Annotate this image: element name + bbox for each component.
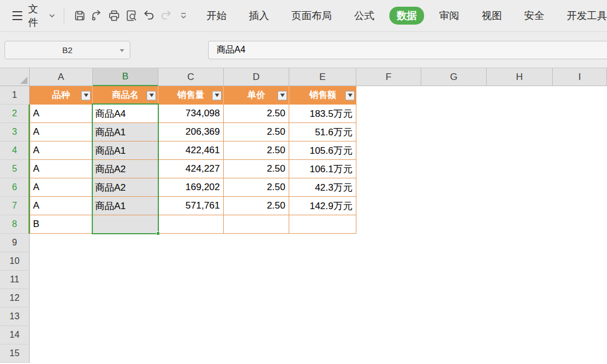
undo-button[interactable] [140,4,157,27]
cell-e2[interactable]: 183.5万元 [289,105,356,123]
filter-button-variety[interactable] [81,91,91,100]
row-header-12[interactable]: 12 [0,289,30,308]
row-header-2[interactable]: 2 [0,105,30,123]
header-cell-product-name[interactable]: 商品名 [93,86,158,105]
tab-home[interactable]: 开始 [206,9,227,22]
column-header-h[interactable]: H [487,68,553,86]
cell-d7[interactable]: 2.50 [224,197,289,215]
print-button[interactable] [106,4,123,27]
column-header-i[interactable]: I [553,68,607,86]
cell-e3[interactable]: 51.6万元 [289,123,356,141]
cell-a2[interactable]: A [30,105,93,123]
fill-handle[interactable] [156,231,160,235]
cell-c4[interactable]: 422,461 [158,141,224,160]
cell-e6[interactable]: 42.3万元 [289,178,356,197]
formula-input[interactable]: 商品A4 [208,41,607,59]
tab-formulas[interactable]: 公式 [354,9,374,22]
cell-c7[interactable]: 571,761 [158,197,224,215]
redo-button[interactable] [157,4,175,27]
cell-e4[interactable]: 105.6万元 [289,141,356,160]
row-header-9[interactable]: 9 [0,234,30,252]
row-header-1[interactable]: 1 [0,86,30,105]
tab-insert[interactable]: 插入 [249,9,269,22]
column-header-g[interactable]: G [421,68,487,86]
cell-a4[interactable]: A [30,141,93,160]
cell-d8[interactable] [224,215,289,234]
cell-b4[interactable]: 商品A1 [93,141,158,160]
tab-data[interactable]: 数据 [389,7,424,25]
cell-a8[interactable]: B [30,215,93,234]
filter-button-product-name[interactable] [147,91,156,100]
tab-page-layout[interactable]: 页面布局 [291,9,332,22]
row-header-11[interactable]: 11 [0,271,30,289]
row-header-4[interactable]: 4 [0,141,30,160]
name-box-dropdown-icon[interactable] [120,49,124,52]
row-header-7[interactable]: 7 [0,197,30,215]
cell-e5[interactable]: 106.1万元 [289,160,356,178]
cell-b8[interactable] [93,215,158,234]
undo-icon [142,9,156,22]
table-row-2: A 商品A4 734,098 2.50 183.5万元 [30,105,356,123]
cell-a5[interactable]: A [30,160,93,178]
sheet-area: A B C D E F G H I 1 2 3 4 5 6 7 8 9 10 1… [0,68,607,364]
cell-d4[interactable]: 2.50 [224,141,289,160]
row-header-3[interactable]: 3 [0,123,30,141]
print-preview-button[interactable] [123,4,140,27]
filter-button-unit-price[interactable] [277,91,287,100]
cell-b6[interactable]: 商品A2 [93,178,158,197]
column-header-e[interactable]: E [289,68,356,86]
header-cell-variety[interactable]: 品种 [30,86,93,105]
cell-c6[interactable]: 169,202 [158,178,224,197]
tab-developer[interactable]: 开发工具 [567,9,607,22]
filter-button-sales-volume[interactable] [212,91,222,100]
cell-e7[interactable]: 142.9万元 [289,197,356,215]
cell-b5[interactable]: 商品A2 [93,160,158,178]
cell-c5[interactable]: 424,227 [158,160,224,178]
cell-e8[interactable] [289,215,356,234]
row-header-14[interactable]: 14 [0,326,30,344]
cell-a6[interactable]: A [30,178,93,197]
cell-c2[interactable]: 734,098 [158,105,224,123]
file-menu[interactable]: 文件 [28,2,45,29]
row-header-10[interactable]: 10 [0,252,30,271]
cell-b7[interactable]: 商品A1 [93,197,158,215]
header-cell-sales-volume[interactable]: 销售量 [158,86,224,105]
cell-d3[interactable]: 2.50 [224,123,289,141]
tab-security[interactable]: 安全 [524,9,544,22]
filter-button-sales-amount[interactable] [345,91,355,100]
column-header-b-selected[interactable]: B [93,68,158,86]
cell-d5[interactable]: 2.50 [224,160,289,178]
cell-b2-active[interactable]: 商品A4 [93,105,158,123]
name-box[interactable]: B2 [4,41,130,59]
header-cell-unit-price[interactable]: 单价 [224,86,289,105]
column-header-c[interactable]: C [158,68,224,86]
spreadsheet-app: 文件 [0,0,607,364]
select-all-corner[interactable] [0,68,30,86]
tab-review[interactable]: 审阅 [439,9,459,22]
cell-b3[interactable]: 商品A1 [93,123,158,141]
select-all-triangle-icon [20,77,27,84]
tab-view[interactable]: 视图 [482,9,502,22]
row-header-15[interactable]: 15 [0,344,30,363]
row-header-6[interactable]: 6 [0,178,30,197]
chevron-down-icon[interactable] [48,12,56,20]
toolbar-divider [64,7,64,24]
column-header-a[interactable]: A [30,68,93,86]
row-header-13[interactable]: 13 [0,308,30,326]
cell-a3[interactable]: A [30,123,93,141]
toolbar-more-button[interactable] [175,4,192,27]
export-button[interactable] [88,4,106,27]
cell-c8[interactable] [158,215,224,234]
row-header-5[interactable]: 5 [0,160,30,178]
column-header-f[interactable]: F [356,68,421,86]
cell-a7[interactable]: A [30,197,93,215]
column-header-d[interactable]: D [224,68,289,86]
hamburger-menu-icon[interactable] [12,11,22,20]
save-button[interactable] [71,4,88,27]
cell-d6[interactable]: 2.50 [224,178,289,197]
row-header-8[interactable]: 8 [0,215,30,234]
cell-d2[interactable]: 2.50 [224,105,289,123]
table-row-5: A 商品A2 424,227 2.50 106.1万元 [30,160,356,178]
header-cell-sales-amount[interactable]: 销售额 [289,86,356,105]
cell-c3[interactable]: 206,369 [158,123,224,141]
